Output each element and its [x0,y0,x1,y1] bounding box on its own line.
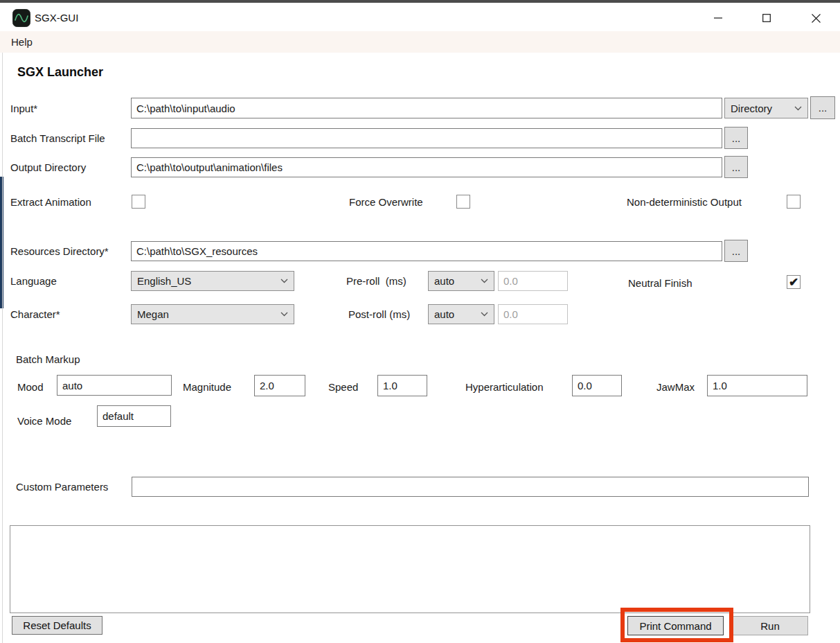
window-title: SGX-GUI [35,12,78,24]
jawmax-field[interactable] [707,375,807,396]
character-select[interactable]: Megan [131,304,294,324]
output-directory-browse-button[interactable]: ... [724,156,748,178]
batch-transcript-field[interactable] [131,128,722,148]
chevron-down-icon [280,279,288,283]
batch-markup-section-label: Batch Markup [16,352,80,366]
maximize-button[interactable] [753,6,780,30]
menu-bar: Help [0,31,840,53]
input-mode-value: Directory [731,103,772,114]
magnitude-field[interactable] [254,375,305,396]
character-value: Megan [137,308,169,320]
language-label: Language [10,271,57,291]
voice-mode-label: Voice Mode [17,410,71,432]
post-roll-label: Post-roll (ms) [348,304,410,324]
resources-directory-field[interactable] [131,241,722,261]
reset-defaults-button[interactable]: Reset Defaults [12,616,102,635]
page-title: SGX Launcher [17,65,103,80]
batch-transcript-label: Batch Transcript File [10,128,105,148]
speed-field[interactable] [377,375,427,396]
app-icon [12,9,30,27]
language-select[interactable]: English_US [131,271,294,291]
input-label: Input* [10,98,37,118]
input-browse-button[interactable]: ... [810,96,835,119]
magnitude-label: Magnitude [183,376,231,397]
maximize-icon [762,14,771,22]
non-deterministic-output-checkbox[interactable] [787,195,801,209]
hyperarticulation-label: Hyperarticulation [465,376,544,397]
pre-roll-value-field [498,271,568,291]
force-overwrite-label: Force Overwrite [349,195,423,209]
neutral-finish-label: Neutral Finish [628,276,692,290]
character-label: Character* [10,304,60,324]
pre-roll-mode-value: auto [434,275,454,287]
input-path-field[interactable] [131,98,722,118]
chevron-down-icon [481,279,488,283]
output-log-area[interactable] [10,525,810,613]
pre-roll-mode-select[interactable]: auto [428,271,494,291]
menu-item-help[interactable]: Help [0,31,44,53]
mood-label: Mood [17,376,44,397]
custom-parameters-label: Custom Parameters [16,477,108,497]
close-icon [812,14,821,23]
batch-transcript-browse-button[interactable]: ... [724,127,748,149]
output-directory-label: Output Directory [10,157,86,177]
post-roll-value-field [498,304,568,324]
jawmax-label: JawMax [656,376,695,397]
neutral-finish-checkbox[interactable]: ✔ [787,275,801,289]
extract-animation-label: Extract Animation [10,195,91,209]
minimize-button[interactable] [704,6,732,30]
run-button[interactable]: Run [732,616,808,635]
input-mode-select[interactable]: Directory [724,98,808,118]
speed-label: Speed [328,376,358,397]
window-left-border [2,53,3,643]
chevron-down-icon [794,106,802,111]
post-roll-mode-value: auto [434,308,454,320]
minimize-icon [714,14,722,22]
chevron-down-icon [481,312,488,317]
voice-mode-field[interactable] [97,405,171,427]
force-overwrite-checkbox[interactable] [456,195,470,209]
output-directory-field[interactable] [131,157,722,177]
resources-directory-label: Resources Directory* [10,241,109,261]
pre-roll-label: Pre-roll (ms) [346,271,406,291]
app-window: SGX-GUI Help SGX Launcher Input* Directo… [0,0,840,643]
post-roll-mode-select[interactable]: auto [428,304,494,324]
mood-field[interactable] [57,375,172,396]
extract-animation-checkbox[interactable] [132,195,145,209]
close-button[interactable] [802,6,830,30]
print-command-button[interactable]: Print Command [627,616,724,635]
checkmark-icon: ✔ [789,276,798,288]
hyperarticulation-field[interactable] [572,375,622,396]
language-value: English_US [137,275,191,287]
chevron-down-icon [280,312,288,317]
non-deterministic-output-label: Non-deterministic Output [627,195,742,209]
title-bar: SGX-GUI [0,3,840,31]
resources-directory-browse-button[interactable]: ... [724,240,748,262]
custom-parameters-field[interactable] [132,477,809,497]
